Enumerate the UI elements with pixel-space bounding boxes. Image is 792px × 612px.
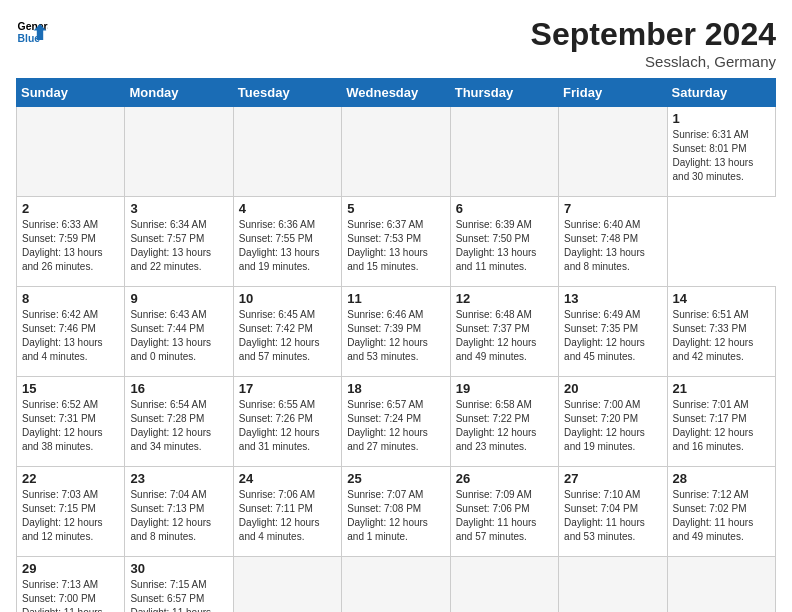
calendar-cell: 23Sunrise: 7:04 AMSunset: 7:13 PMDayligh…	[125, 467, 233, 557]
day-number: 24	[239, 471, 336, 486]
calendar-cell	[233, 107, 341, 197]
calendar-cell: 19Sunrise: 6:58 AMSunset: 7:22 PMDayligh…	[450, 377, 558, 467]
calendar-cell: 22Sunrise: 7:03 AMSunset: 7:15 PMDayligh…	[17, 467, 125, 557]
calendar-cell	[342, 107, 450, 197]
day-number: 16	[130, 381, 227, 396]
calendar-cell: 4Sunrise: 6:36 AMSunset: 7:55 PMDaylight…	[233, 197, 341, 287]
header-thursday: Thursday	[450, 79, 558, 107]
day-detail: Sunrise: 7:04 AMSunset: 7:13 PMDaylight:…	[130, 488, 227, 544]
day-number: 27	[564, 471, 661, 486]
day-number: 29	[22, 561, 119, 576]
calendar-week-row: 2Sunrise: 6:33 AMSunset: 7:59 PMDaylight…	[17, 197, 776, 287]
calendar-cell: 8Sunrise: 6:42 AMSunset: 7:46 PMDaylight…	[17, 287, 125, 377]
calendar-cell	[450, 557, 558, 613]
day-number: 15	[22, 381, 119, 396]
calendar-week-row: 8Sunrise: 6:42 AMSunset: 7:46 PMDaylight…	[17, 287, 776, 377]
calendar-cell	[17, 107, 125, 197]
calendar-cell	[667, 557, 775, 613]
title-area: September 2024 Sesslach, Germany	[531, 16, 776, 70]
day-detail: Sunrise: 6:33 AMSunset: 7:59 PMDaylight:…	[22, 218, 119, 274]
day-number: 3	[130, 201, 227, 216]
day-number: 5	[347, 201, 444, 216]
calendar-cell	[450, 107, 558, 197]
day-detail: Sunrise: 6:49 AMSunset: 7:35 PMDaylight:…	[564, 308, 661, 364]
calendar-cell: 3Sunrise: 6:34 AMSunset: 7:57 PMDaylight…	[125, 197, 233, 287]
day-detail: Sunrise: 6:34 AMSunset: 7:57 PMDaylight:…	[130, 218, 227, 274]
calendar-cell	[233, 557, 341, 613]
day-detail: Sunrise: 7:12 AMSunset: 7:02 PMDaylight:…	[673, 488, 770, 544]
day-detail: Sunrise: 7:00 AMSunset: 7:20 PMDaylight:…	[564, 398, 661, 454]
day-detail: Sunrise: 6:45 AMSunset: 7:42 PMDaylight:…	[239, 308, 336, 364]
calendar-cell: 16Sunrise: 6:54 AMSunset: 7:28 PMDayligh…	[125, 377, 233, 467]
calendar-cell: 9Sunrise: 6:43 AMSunset: 7:44 PMDaylight…	[125, 287, 233, 377]
day-detail: Sunrise: 6:58 AMSunset: 7:22 PMDaylight:…	[456, 398, 553, 454]
calendar-week-row: 15Sunrise: 6:52 AMSunset: 7:31 PMDayligh…	[17, 377, 776, 467]
day-detail: Sunrise: 6:40 AMSunset: 7:48 PMDaylight:…	[564, 218, 661, 274]
day-detail: Sunrise: 6:42 AMSunset: 7:46 PMDaylight:…	[22, 308, 119, 364]
calendar-cell: 7Sunrise: 6:40 AMSunset: 7:48 PMDaylight…	[559, 197, 667, 287]
calendar-cell: 24Sunrise: 7:06 AMSunset: 7:11 PMDayligh…	[233, 467, 341, 557]
day-number: 30	[130, 561, 227, 576]
header-saturday: Saturday	[667, 79, 775, 107]
calendar-cell: 14Sunrise: 6:51 AMSunset: 7:33 PMDayligh…	[667, 287, 775, 377]
calendar-cell: 12Sunrise: 6:48 AMSunset: 7:37 PMDayligh…	[450, 287, 558, 377]
day-number: 26	[456, 471, 553, 486]
day-number: 23	[130, 471, 227, 486]
day-number: 20	[564, 381, 661, 396]
calendar-week-row: 22Sunrise: 7:03 AMSunset: 7:15 PMDayligh…	[17, 467, 776, 557]
calendar-cell: 26Sunrise: 7:09 AMSunset: 7:06 PMDayligh…	[450, 467, 558, 557]
calendar-cell: 1Sunrise: 6:31 AMSunset: 8:01 PMDaylight…	[667, 107, 775, 197]
day-detail: Sunrise: 6:43 AMSunset: 7:44 PMDaylight:…	[130, 308, 227, 364]
svg-text:General: General	[18, 21, 48, 32]
day-number: 14	[673, 291, 770, 306]
day-detail: Sunrise: 7:06 AMSunset: 7:11 PMDaylight:…	[239, 488, 336, 544]
day-detail: Sunrise: 6:36 AMSunset: 7:55 PMDaylight:…	[239, 218, 336, 274]
calendar-cell: 28Sunrise: 7:12 AMSunset: 7:02 PMDayligh…	[667, 467, 775, 557]
day-detail: Sunrise: 6:54 AMSunset: 7:28 PMDaylight:…	[130, 398, 227, 454]
calendar-cell: 20Sunrise: 7:00 AMSunset: 7:20 PMDayligh…	[559, 377, 667, 467]
month-title: September 2024	[531, 16, 776, 53]
day-detail: Sunrise: 7:09 AMSunset: 7:06 PMDaylight:…	[456, 488, 553, 544]
header-friday: Friday	[559, 79, 667, 107]
day-detail: Sunrise: 6:37 AMSunset: 7:53 PMDaylight:…	[347, 218, 444, 274]
day-detail: Sunrise: 6:57 AMSunset: 7:24 PMDaylight:…	[347, 398, 444, 454]
calendar-cell: 10Sunrise: 6:45 AMSunset: 7:42 PMDayligh…	[233, 287, 341, 377]
day-number: 17	[239, 381, 336, 396]
day-number: 11	[347, 291, 444, 306]
location-title: Sesslach, Germany	[531, 53, 776, 70]
day-number: 9	[130, 291, 227, 306]
calendar-body: 1Sunrise: 6:31 AMSunset: 8:01 PMDaylight…	[17, 107, 776, 613]
calendar-cell	[559, 107, 667, 197]
day-detail: Sunrise: 7:03 AMSunset: 7:15 PMDaylight:…	[22, 488, 119, 544]
logo: General Blue	[16, 16, 48, 48]
day-detail: Sunrise: 6:52 AMSunset: 7:31 PMDaylight:…	[22, 398, 119, 454]
calendar-cell: 29Sunrise: 7:13 AMSunset: 7:00 PMDayligh…	[17, 557, 125, 613]
day-number: 25	[347, 471, 444, 486]
day-detail: Sunrise: 6:31 AMSunset: 8:01 PMDaylight:…	[673, 128, 770, 184]
calendar-cell: 5Sunrise: 6:37 AMSunset: 7:53 PMDaylight…	[342, 197, 450, 287]
calendar-cell: 21Sunrise: 7:01 AMSunset: 7:17 PMDayligh…	[667, 377, 775, 467]
calendar-week-row: 1Sunrise: 6:31 AMSunset: 8:01 PMDaylight…	[17, 107, 776, 197]
header-sunday: Sunday	[17, 79, 125, 107]
calendar-cell: 6Sunrise: 6:39 AMSunset: 7:50 PMDaylight…	[450, 197, 558, 287]
day-number: 8	[22, 291, 119, 306]
day-number: 21	[673, 381, 770, 396]
calendar-cell	[559, 557, 667, 613]
header-monday: Monday	[125, 79, 233, 107]
calendar-cell: 18Sunrise: 6:57 AMSunset: 7:24 PMDayligh…	[342, 377, 450, 467]
day-number: 10	[239, 291, 336, 306]
day-number: 22	[22, 471, 119, 486]
day-detail: Sunrise: 7:15 AMSunset: 6:57 PMDaylight:…	[130, 578, 227, 612]
day-detail: Sunrise: 7:13 AMSunset: 7:00 PMDaylight:…	[22, 578, 119, 612]
day-number: 1	[673, 111, 770, 126]
day-detail: Sunrise: 7:07 AMSunset: 7:08 PMDaylight:…	[347, 488, 444, 544]
page-header: General Blue September 2024 Sesslach, Ge…	[16, 16, 776, 70]
day-number: 13	[564, 291, 661, 306]
day-number: 18	[347, 381, 444, 396]
day-number: 6	[456, 201, 553, 216]
day-detail: Sunrise: 6:51 AMSunset: 7:33 PMDaylight:…	[673, 308, 770, 364]
header-wednesday: Wednesday	[342, 79, 450, 107]
calendar-cell: 11Sunrise: 6:46 AMSunset: 7:39 PMDayligh…	[342, 287, 450, 377]
day-number: 12	[456, 291, 553, 306]
day-number: 2	[22, 201, 119, 216]
